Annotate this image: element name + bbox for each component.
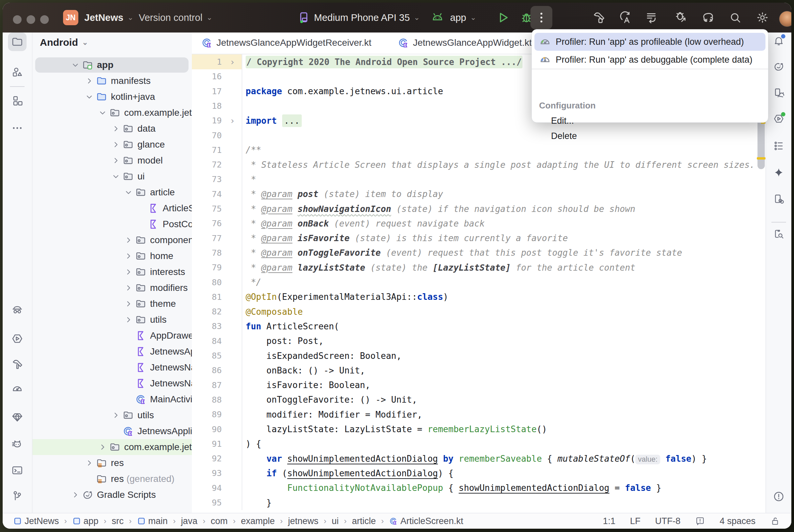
build-tool-icon[interactable] bbox=[8, 355, 26, 374]
tree-item-com-example-jetnews[interactable]: com.example.jetnews bbox=[33, 105, 192, 121]
project-menu[interactable]: JetNews⌄ bbox=[84, 3, 133, 33]
editor-tab[interactable]: JetnewsGlanceAppWidgetReceiver.kt bbox=[201, 33, 371, 53]
chevron-right-icon[interactable] bbox=[110, 123, 122, 134]
tree-item-model[interactable]: model bbox=[33, 153, 192, 169]
build-hammer-icon[interactable] bbox=[592, 11, 606, 24]
settings-gear-icon[interactable] bbox=[756, 11, 769, 24]
tree-item-utils[interactable]: utils bbox=[33, 407, 192, 423]
code-line[interactable]: 79 * @param lazyListState (state) the [L… bbox=[192, 260, 766, 275]
code-editor[interactable]: 1›/ Copyright 2020 The Android Open Sour… bbox=[192, 54, 766, 514]
project-tool-icon[interactable] bbox=[8, 33, 26, 51]
version-control-icon[interactable] bbox=[8, 487, 26, 505]
tree-item-data[interactable]: data bbox=[33, 121, 192, 137]
tree-item-appdrawer-kt[interactable]: AppDrawer.kt bbox=[33, 328, 192, 344]
tree-item-com-example-jetnews[interactable]: com.example.jetnews(andro bbox=[33, 439, 192, 455]
code-line[interactable]: 89 modifier: Modifier = Modifier, bbox=[192, 407, 766, 422]
breadcrumb-item-jetnews[interactable]: jetnews bbox=[288, 516, 319, 526]
breadcrumb-item-src[interactable]: src bbox=[112, 516, 124, 526]
run-button[interactable] bbox=[497, 11, 510, 24]
editor-tab[interactable]: JetnewsGlanceAppWidget.kt bbox=[398, 33, 532, 53]
line-separator-widget[interactable]: LF bbox=[630, 516, 641, 526]
device-mirroring-icon[interactable] bbox=[771, 191, 787, 207]
code-line[interactable]: 85 isExpandedScreen: Boolean, bbox=[192, 348, 766, 363]
running-devices-icon[interactable] bbox=[8, 329, 26, 348]
tree-item-manifests[interactable]: manifests bbox=[33, 73, 192, 89]
version-control-menu[interactable]: Version control⌄ bbox=[139, 3, 213, 33]
notifications-bell-icon[interactable] bbox=[771, 33, 787, 49]
tree-item-utils[interactable]: utils bbox=[33, 312, 192, 328]
code-line[interactable]: 94 FunctionalityNotAvailablePopup { show… bbox=[192, 480, 766, 495]
code-line[interactable]: 87 isFavorite: Boolean, bbox=[192, 378, 766, 393]
gradle-icon[interactable] bbox=[771, 59, 787, 75]
sync-project-icon[interactable] bbox=[619, 11, 632, 24]
code-line[interactable]: 71/** bbox=[192, 142, 766, 157]
chevron-right-icon[interactable] bbox=[110, 155, 122, 166]
code-line[interactable]: 73 * bbox=[192, 172, 766, 187]
breadcrumb-item-ui[interactable]: ui bbox=[332, 516, 338, 526]
breadcrumb-item-main[interactable]: main bbox=[137, 516, 168, 526]
chevron-right-icon[interactable] bbox=[110, 410, 122, 421]
popup-item-delete[interactable]: Delete bbox=[551, 128, 577, 144]
code-line[interactable]: 72 * Stateless Article Screen that displ… bbox=[192, 157, 766, 172]
tree-item-jetnewsnavgraph-[interactable]: JetnewsNavGraph. bbox=[33, 360, 192, 376]
tree-item-gradle-scripts[interactable]: Gradle Scripts bbox=[33, 487, 192, 503]
tree-item-res[interactable]: res bbox=[33, 455, 192, 471]
chevron-down-icon[interactable] bbox=[69, 59, 82, 71]
profiler-tool-icon[interactable] bbox=[8, 379, 26, 398]
device-selector[interactable]: Medium Phone API 35⌄ bbox=[314, 3, 420, 33]
tree-item-app[interactable]: app bbox=[33, 57, 192, 73]
code-line[interactable]: 70 bbox=[192, 128, 766, 143]
code-line[interactable]: 90 lazyListState: LazyListState = rememb… bbox=[192, 422, 766, 437]
app-inspection-icon[interactable] bbox=[771, 226, 787, 242]
user-avatar[interactable] bbox=[779, 11, 791, 27]
tree-item-modifiers[interactable]: modifiers bbox=[33, 280, 192, 296]
tree-item-interests[interactable]: interests bbox=[33, 264, 192, 280]
chevron-right-icon[interactable] bbox=[122, 298, 135, 309]
tree-item-theme[interactable]: theme bbox=[33, 296, 192, 312]
chevron-right-icon[interactable] bbox=[96, 441, 109, 453]
tree-item-components[interactable]: components bbox=[33, 232, 192, 248]
code-line[interactable]: 82@Composable bbox=[192, 304, 766, 319]
code-line[interactable]: 84 post: Post, bbox=[192, 334, 766, 348]
attach-debugger-icon[interactable] bbox=[675, 11, 688, 24]
caret-position-widget[interactable]: 1:1 bbox=[603, 516, 615, 526]
problems-icon[interactable] bbox=[771, 489, 787, 505]
apply-changes-icon[interactable] bbox=[645, 11, 658, 24]
tree-item-jetnewsnavigation[interactable]: JetnewsNavigation bbox=[33, 376, 192, 392]
structure-tool-icon[interactable] bbox=[8, 92, 26, 110]
todo-list-icon[interactable] bbox=[771, 138, 787, 154]
fold-marker-icon[interactable]: › bbox=[223, 54, 242, 69]
code-line[interactable]: 93 if (showUnimplementedActionDialog) { bbox=[192, 466, 766, 480]
breadcrumb-item-article[interactable]: article bbox=[352, 516, 376, 526]
code-line[interactable]: 76 * @param onBack (event) request navig… bbox=[192, 216, 766, 231]
project-view-selector[interactable]: Android⌄ bbox=[40, 35, 88, 50]
tree-item-mainactivity[interactable]: MainActivity bbox=[33, 392, 192, 407]
chevron-down-icon[interactable] bbox=[96, 107, 109, 118]
tree-item-glance[interactable]: glance bbox=[33, 137, 192, 153]
chevron-right-icon[interactable] bbox=[83, 75, 96, 87]
popup-item-profileable[interactable]: Profiler: Run 'app' as profileable (low … bbox=[534, 33, 765, 51]
chevron-right-icon[interactable] bbox=[122, 282, 135, 293]
device-manager-icon[interactable] bbox=[771, 85, 787, 101]
gemini-sparkle-icon[interactable] bbox=[771, 165, 787, 180]
code-line[interactable]: 83fun ArticleScreen( bbox=[192, 319, 766, 334]
breadcrumb-item-app[interactable]: app bbox=[72, 516, 98, 526]
code-line[interactable]: 80 */ bbox=[192, 275, 766, 290]
close-window-button[interactable] bbox=[13, 15, 22, 24]
unlock-icon[interactable] bbox=[770, 516, 780, 526]
chevron-right-icon[interactable] bbox=[69, 489, 82, 500]
breadcrumb-item-com[interactable]: com bbox=[211, 516, 228, 526]
encoding-widget[interactable]: UTF-8 bbox=[655, 516, 681, 526]
chevron-right-icon[interactable] bbox=[122, 314, 135, 325]
readonly-indicator-icon[interactable] bbox=[695, 516, 705, 526]
code-line[interactable]: 75 * @param showNavigationIcon (state) i… bbox=[192, 201, 766, 216]
more-tools-icon[interactable] bbox=[8, 119, 26, 137]
indent-widget[interactable]: 4 spaces bbox=[720, 516, 756, 526]
chevron-down-icon[interactable] bbox=[83, 91, 96, 102]
code-line[interactable]: 92 var showUnimplementedActionDialog by … bbox=[192, 451, 766, 466]
popup-item-edit[interactable]: Edit... bbox=[551, 113, 574, 128]
more-run-options-button[interactable] bbox=[531, 6, 552, 29]
device-explorer-icon[interactable] bbox=[8, 301, 26, 319]
chevron-right-icon[interactable] bbox=[122, 250, 135, 262]
chevron-right-icon[interactable] bbox=[110, 139, 122, 150]
